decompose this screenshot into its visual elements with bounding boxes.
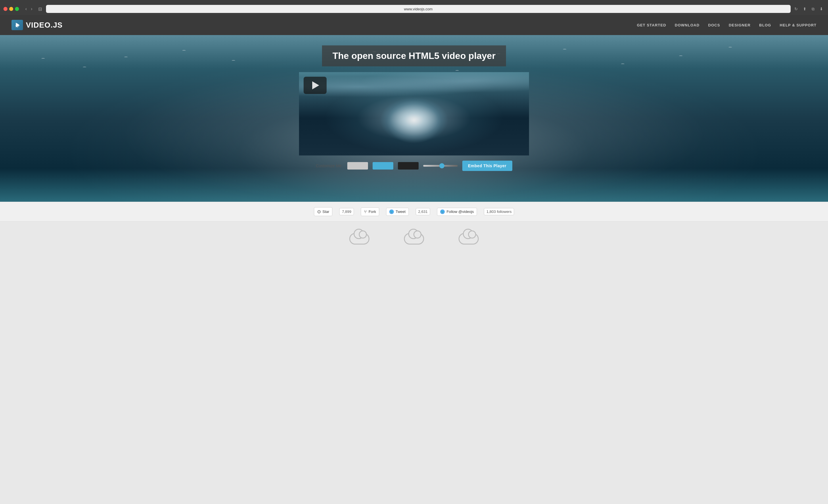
star-label: Star: [323, 210, 329, 214]
download-manager-button[interactable]: ⬇: [818, 6, 825, 12]
video-player-wrap: Customize Me: Embed This Player: [299, 72, 529, 174]
site-header: VIDEO.JS GET STARTED DOWNLOAD DOCS DESIG…: [0, 15, 828, 35]
swatch-dark-button[interactable]: [398, 162, 419, 170]
water-splash: [379, 97, 449, 143]
star-button[interactable]: ⊙ Star: [314, 207, 333, 216]
nav-item-designer[interactable]: DESIGNER: [729, 23, 751, 27]
close-button[interactable]: [3, 7, 7, 11]
minimize-button[interactable]: [9, 7, 13, 11]
cloud-shape-2: [404, 233, 424, 244]
hero-section: The open source HTML5 video player Custo…: [0, 35, 828, 202]
share-button[interactable]: ⬆: [801, 6, 808, 12]
cloud-shape-3: [459, 233, 479, 244]
reload-button[interactable]: ↻: [793, 6, 799, 12]
color-slider-wrap: [423, 165, 458, 167]
play-triangle-icon: [312, 81, 319, 89]
followers-count: 1,803 followers: [484, 208, 514, 215]
tab-manager-button[interactable]: ⧉: [810, 6, 816, 12]
address-bar[interactable]: [46, 5, 791, 13]
maximize-button[interactable]: [15, 7, 19, 11]
website: VIDEO.JS GET STARTED DOWNLOAD DOCS DESIG…: [0, 15, 828, 259]
video-player[interactable]: [299, 72, 529, 155]
logo-text: VIDEO.JS: [26, 21, 63, 30]
follow-label: Follow @videojs: [447, 210, 474, 214]
logo-icon: [11, 20, 23, 30]
cloud-icon-1: [349, 233, 369, 247]
nav-item-help-support[interactable]: HELP & SUPPORT: [780, 23, 817, 27]
swatch-light-button[interactable]: [347, 162, 368, 170]
controls-strip: Customize Me: Embed This Player: [299, 155, 529, 174]
nav-item-docs[interactable]: DOCS: [708, 23, 720, 27]
cloud-icon-2: [404, 233, 424, 247]
color-slider[interactable]: [423, 165, 458, 167]
hero-title-wrap: The open source HTML5 video player: [322, 45, 506, 66]
tweet-button[interactable]: 🐦 Tweet: [386, 208, 409, 216]
customize-label: Customize Me:: [316, 164, 342, 168]
nav-item-download[interactable]: DOWNLOAD: [675, 23, 700, 27]
social-bar: ⊙ Star 7,899 ⑂ Fork 🐦 Tweet 2,631 🐦 Foll…: [0, 202, 828, 222]
fork-label: Fork: [369, 210, 376, 214]
forward-button[interactable]: ›: [29, 5, 34, 13]
tweet-label: Tweet: [396, 210, 406, 214]
logo-play-icon: [16, 23, 19, 27]
hero-title: The open source HTML5 video player: [322, 45, 506, 66]
logo-link[interactable]: VIDEO.JS: [11, 20, 63, 30]
fork-github-icon: ⑂: [364, 209, 367, 214]
sidebar-toggle-button[interactable]: ⊟: [37, 5, 44, 13]
nav-item-get-started[interactable]: GET STARTED: [637, 23, 666, 27]
twitter-follow-icon: 🐦: [440, 210, 445, 214]
site-nav: GET STARTED DOWNLOAD DOCS DESIGNER BLOG …: [637, 23, 817, 27]
cloud-shape-1: [349, 233, 369, 244]
back-button[interactable]: ‹: [24, 5, 29, 13]
play-button[interactable]: [303, 77, 327, 94]
github-icon: ⊙: [317, 209, 321, 214]
browser-nav-buttons: ‹ ›: [24, 5, 34, 13]
star-count: 7,899: [339, 208, 354, 215]
twitter-icon: 🐦: [389, 210, 394, 214]
tweet-count: 2,631: [416, 208, 430, 215]
embed-button[interactable]: Embed This Player: [462, 161, 512, 171]
below-fold-section: [0, 222, 828, 259]
browser-chrome: ‹ › ⊟ ↻ ⬆ ⧉ ⬇: [0, 0, 828, 15]
swatch-blue-button[interactable]: [373, 162, 393, 170]
cloud-icon-3: [459, 233, 479, 247]
nav-item-blog[interactable]: BLOG: [759, 23, 771, 27]
follow-button[interactable]: 🐦 Follow @videojs: [437, 208, 477, 216]
fork-button[interactable]: ⑂ Fork: [361, 208, 379, 216]
traffic-lights: [3, 7, 19, 11]
